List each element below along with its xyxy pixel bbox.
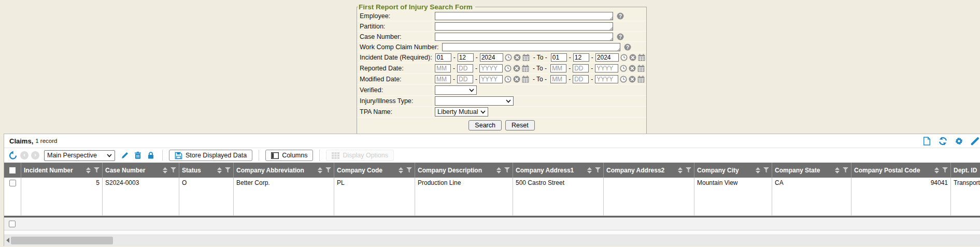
calendar-icon[interactable] [637, 76, 645, 83]
clear-icon[interactable] [629, 76, 636, 83]
sort-icon[interactable] [934, 167, 939, 173]
cell-company-address2[interactable] [604, 178, 694, 215]
search-button[interactable]: Search [468, 120, 502, 130]
filter-icon[interactable] [942, 167, 948, 173]
filter-icon[interactable] [504, 167, 510, 173]
tpa-name-select[interactable]: Liberty Mutual [435, 107, 488, 117]
filter-icon[interactable] [686, 167, 691, 173]
sort-icon[interactable] [163, 167, 167, 173]
sort-icon[interactable] [399, 167, 403, 173]
sort-icon[interactable] [756, 167, 760, 173]
column-header-company-code[interactable]: Company Code [334, 163, 415, 178]
reported-from-dd[interactable] [457, 64, 473, 72]
cell-incident-number[interactable]: 5 [21, 178, 103, 215]
filter-icon[interactable] [171, 167, 176, 173]
cell-status[interactable]: O [179, 178, 234, 215]
time-icon[interactable] [505, 54, 512, 61]
cell-company-code[interactable]: PL [334, 178, 415, 215]
row-checkbox[interactable] [9, 180, 16, 186]
column-header-incident-number[interactable]: Incident Number [21, 163, 103, 178]
clear-icon[interactable] [629, 65, 636, 72]
column-header-company-abbreviation[interactable]: Company Abbreviation [234, 163, 334, 178]
calendar-icon[interactable] [637, 65, 645, 72]
horizontal-scrollbar[interactable] [4, 235, 980, 246]
filter-icon[interactable] [763, 167, 769, 173]
incident-from-dd[interactable] [458, 53, 474, 62]
column-header-select[interactable] [4, 163, 21, 178]
time-icon[interactable] [620, 54, 628, 61]
work-comp-input[interactable] [442, 43, 620, 51]
filter-icon[interactable] [94, 167, 100, 173]
reset-button[interactable]: Reset [505, 120, 535, 130]
sort-icon[interactable] [587, 167, 592, 173]
modified-to-mm[interactable] [550, 75, 566, 83]
scrollbar-thumb[interactable] [11, 237, 113, 244]
time-icon[interactable] [620, 76, 627, 83]
employee-input[interactable] [435, 12, 613, 20]
delete-trash-icon[interactable] [134, 151, 142, 159]
incident-from-yyyy[interactable] [480, 53, 503, 62]
reported-to-dd[interactable] [573, 64, 589, 72]
cell-company-postal-code[interactable]: 94041 [851, 178, 951, 215]
reported-from-yyyy[interactable] [479, 64, 503, 72]
store-displayed-data-button[interactable]: Store Displayed Data [169, 150, 252, 161]
reported-from-mm[interactable] [435, 64, 451, 72]
cell-dept-id[interactable]: Transporta [951, 178, 980, 215]
calendar-icon[interactable] [522, 76, 529, 83]
next-perspective-button[interactable]: › [31, 151, 39, 159]
sort-icon[interactable] [496, 167, 501, 173]
footer-checkbox[interactable] [9, 221, 16, 227]
filter-icon[interactable] [406, 167, 412, 173]
modified-to-yyyy[interactable] [595, 75, 618, 83]
modified-from-dd[interactable] [457, 75, 473, 83]
cell-case-number[interactable]: S2024-0003 [103, 178, 179, 215]
partition-input[interactable] [435, 22, 613, 31]
calendar-icon[interactable] [638, 54, 645, 61]
select-all-checkbox[interactable] [9, 167, 16, 173]
column-header-company-address2[interactable]: Company Address2 [604, 163, 694, 178]
filter-icon[interactable] [325, 167, 331, 173]
columns-button[interactable]: Columns [265, 150, 313, 161]
reported-to-mm[interactable] [550, 64, 566, 72]
sort-icon[interactable] [835, 167, 840, 173]
perspective-select[interactable]: Main Perspective [44, 150, 115, 161]
help-icon[interactable] [617, 12, 624, 20]
undo-icon[interactable] [8, 151, 18, 160]
sort-icon[interactable] [678, 167, 683, 173]
clear-icon[interactable] [514, 54, 521, 61]
time-icon[interactable] [504, 65, 512, 72]
modified-from-mm[interactable] [435, 75, 451, 83]
column-header-company-state[interactable]: Company State [772, 163, 851, 178]
column-header-company-description[interactable]: Company Description [415, 163, 513, 178]
time-icon[interactable] [620, 65, 627, 72]
case-number-input[interactable] [435, 33, 613, 41]
row-select-cell[interactable] [4, 178, 21, 215]
clear-icon[interactable] [629, 54, 636, 61]
refresh-icon[interactable] [939, 137, 947, 146]
reported-to-yyyy[interactable] [595, 64, 618, 72]
cell-company-description[interactable]: Production Line [415, 178, 513, 215]
help-icon[interactable] [617, 33, 624, 40]
column-header-dept-id[interactable]: Dept. ID [951, 163, 980, 178]
modified-to-dd[interactable] [573, 75, 589, 83]
sort-icon[interactable] [318, 167, 322, 173]
sort-icon[interactable] [217, 167, 222, 173]
incident-from-mm[interactable] [435, 53, 451, 62]
time-icon[interactable] [504, 76, 512, 83]
clear-icon[interactable] [513, 65, 520, 72]
cell-company-city[interactable]: Mountain View [694, 178, 772, 215]
sort-icon[interactable] [86, 167, 91, 173]
column-header-case-number[interactable]: Case Number [103, 163, 179, 178]
wrench-icon[interactable] [971, 137, 979, 146]
verified-select[interactable] [435, 85, 477, 95]
incident-to-yyyy[interactable] [595, 53, 619, 62]
filter-icon[interactable] [843, 167, 848, 173]
clear-icon[interactable] [513, 76, 520, 83]
lock-icon[interactable] [147, 151, 155, 159]
column-header-status[interactable]: Status [179, 163, 234, 178]
calendar-icon[interactable] [522, 65, 529, 72]
filter-icon[interactable] [225, 167, 231, 173]
filter-icon[interactable] [595, 167, 601, 173]
modified-from-yyyy[interactable] [479, 75, 503, 83]
column-header-company-city[interactable]: Company City [694, 163, 772, 178]
